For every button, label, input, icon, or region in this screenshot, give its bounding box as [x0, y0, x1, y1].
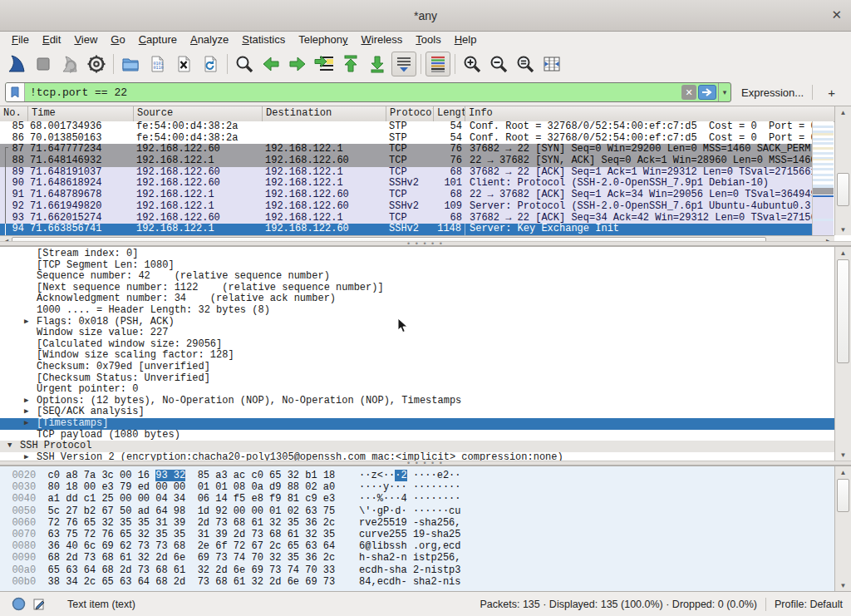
- scroll-thumb[interactable]: [837, 173, 849, 206]
- hex-row[interactable]: 0040 a1 dd c1 25 00 00 04 34 06 14 f5 e8…: [0, 493, 834, 505]
- close-file-button[interactable]: [171, 52, 196, 76]
- detail-line[interactable]: Sequence number: 42 (relative sequence n…: [0, 271, 834, 283]
- intelligent-scrollbar-minimap[interactable]: [812, 121, 834, 235]
- menu-wireless[interactable]: Wireless: [355, 32, 410, 47]
- auto-scroll-button[interactable]: [391, 52, 416, 76]
- menu-capture[interactable]: Capture: [132, 32, 184, 47]
- expression-button[interactable]: Expression...: [741, 86, 804, 99]
- find-packet-button[interactable]: [232, 52, 257, 76]
- details-vscrollbar[interactable]: ▲ ▼: [834, 247, 851, 461]
- scroll-up-icon[interactable]: ▲: [835, 247, 851, 259]
- reload-file-button[interactable]: [198, 52, 223, 76]
- zoom-100-button[interactable]: [513, 52, 538, 76]
- menu-file[interactable]: File: [5, 32, 36, 47]
- menu-view[interactable]: View: [67, 32, 104, 47]
- hex-row[interactable]: 0030 80 18 00 e3 79 ed 00 00 01 01 08 0a…: [0, 481, 834, 493]
- detail-line[interactable]: Window size value: 227: [0, 328, 834, 339]
- close-icon[interactable]: ✕: [831, 7, 842, 22]
- detail-line[interactable]: [Checksum Status: Unverified]: [0, 373, 834, 385]
- scroll-thumb[interactable]: [837, 259, 849, 363]
- column-header-time[interactable]: Time: [28, 106, 134, 121]
- hex-row[interactable]: 0080 36 40 6c 69 62 73 73 68 2e 6f 72 67…: [0, 540, 834, 552]
- stop-capture-button[interactable]: [31, 52, 56, 76]
- packet-row[interactable]: 8670.013850163fe:54:00:d4:38:2aSTP54Conf…: [0, 133, 812, 145]
- go-to-packet-button[interactable]: [312, 52, 337, 76]
- packet-list-vscrollbar[interactable]: ▲ ▼: [834, 106, 851, 235]
- filter-dropdown-caret[interactable]: ▾: [718, 83, 730, 101]
- bytes-vscrollbar[interactable]: ▲ ▼: [834, 466, 851, 591]
- packet-row[interactable]: 8871.648146932192.168.122.1192.168.122.6…: [0, 155, 812, 167]
- hex-row[interactable]: 0060 72 76 65 32 35 35 31 39 2d 73 68 61…: [0, 517, 834, 529]
- detail-line[interactable]: [Window size scaling factor: 128]: [0, 350, 834, 362]
- column-header-length[interactable]: Length: [434, 106, 465, 121]
- packet-row[interactable]: 8568.001734936fe:54:00:d4:38:2aSTP54Conf…: [0, 121, 812, 133]
- detail-line[interactable]: ▶[Timestamps]: [0, 418, 834, 430]
- display-filter-input[interactable]: !tcp.port == 22 ✕ ▾: [5, 82, 731, 102]
- packet-row[interactable]: 9471.663856741192.168.122.1192.168.122.6…: [0, 224, 812, 235]
- expander-closed-icon[interactable]: ▶: [24, 418, 28, 430]
- detail-line[interactable]: 1000 .... = Header Length: 32 bytes (8): [0, 305, 834, 317]
- open-file-button[interactable]: [118, 52, 143, 76]
- detail-line[interactable]: [Next sequence number: 1122 (relative se…: [0, 283, 834, 294]
- packet-row[interactable]: 9171.648789678192.168.122.1192.168.122.6…: [0, 190, 812, 201]
- menu-tools[interactable]: Tools: [409, 32, 447, 47]
- detail-line[interactable]: Acknowledgment number: 34 (relative ack …: [0, 293, 834, 305]
- packet-row[interactable]: 8971.648191037192.168.122.60192.168.122.…: [0, 167, 812, 179]
- detail-line[interactable]: ▶Options: (12 bytes), No-Operation (NOP)…: [0, 396, 834, 407]
- column-header-source[interactable]: Source: [134, 106, 263, 121]
- column-header-destination[interactable]: Destination: [263, 106, 386, 121]
- detail-line[interactable]: [Calculated window size: 29056]: [0, 339, 834, 351]
- scroll-down-icon[interactable]: ▼: [835, 449, 851, 461]
- zoom-out-button[interactable]: [486, 52, 511, 76]
- go-to-bottom-button[interactable]: [365, 52, 390, 76]
- detail-line[interactable]: TCP payload (1080 bytes): [0, 430, 834, 441]
- expander-closed-icon[interactable]: ▶: [24, 396, 28, 407]
- resize-columns-button[interactable]: [539, 52, 564, 76]
- zoom-in-button[interactable]: [460, 52, 485, 76]
- restart-capture-button[interactable]: [57, 52, 82, 76]
- expander-closed-icon[interactable]: ▶: [24, 452, 28, 461]
- menu-help[interactable]: Help: [448, 32, 484, 47]
- bookmark-icon[interactable]: [6, 83, 25, 101]
- filter-add-button[interactable]: +: [821, 86, 842, 100]
- detail-line[interactable]: ▶[SEQ/ACK analysis]: [0, 407, 834, 418]
- detail-line[interactable]: Urgent pointer: 0: [0, 384, 834, 396]
- menu-statistics[interactable]: Statistics: [235, 32, 292, 47]
- scroll-thumb[interactable]: [837, 479, 849, 512]
- go-back-button[interactable]: [258, 52, 283, 76]
- scroll-up-icon[interactable]: ▲: [835, 466, 851, 478]
- hex-row[interactable]: 0070 63 75 72 76 65 32 35 35 31 39 2d 73…: [0, 529, 834, 540]
- menu-edit[interactable]: Edit: [36, 32, 67, 47]
- scroll-up-icon[interactable]: ▲: [835, 106, 851, 118]
- detail-line[interactable]: ▼SSH Protocol: [0, 441, 834, 452]
- hex-row[interactable]: 0020 c0 a8 7a 3c 00 16 93 32 85 a3 ac c0…: [0, 470, 834, 481]
- hex-row[interactable]: 00b0 38 34 2c 65 63 64 68 2d 73 68 61 32…: [0, 576, 834, 588]
- menu-telephony[interactable]: Telephony: [292, 32, 354, 47]
- column-header-info[interactable]: Info: [465, 106, 851, 121]
- menu-analyze[interactable]: Analyze: [184, 32, 235, 47]
- status-profile[interactable]: Profile: Default: [775, 599, 843, 610]
- capture-options-button[interactable]: [84, 52, 109, 76]
- scroll-down-icon[interactable]: ▼: [835, 579, 851, 591]
- column-header-protocol[interactable]: Protocol: [386, 106, 434, 121]
- column-header-no[interactable]: No.: [0, 106, 28, 121]
- expert-info-icon[interactable]: [12, 597, 26, 611]
- packet-row[interactable]: 9071.648618924192.168.122.60192.168.122.…: [0, 178, 812, 190]
- detail-line[interactable]: [TCP Segment Len: 1080]: [0, 260, 834, 272]
- hex-row[interactable]: 0050 5c 27 b2 67 50 ad 64 98 1d 92 00 00…: [0, 505, 834, 517]
- menu-go[interactable]: Go: [104, 32, 131, 47]
- filter-clear-button[interactable]: ✕: [681, 85, 696, 100]
- packet-row[interactable]: 9371.662015274192.168.122.60192.168.122.…: [0, 213, 812, 224]
- expander-open-icon[interactable]: ▼: [7, 441, 12, 452]
- detail-line[interactable]: Checksum: 0x79ed [unverified]: [0, 362, 834, 373]
- go-to-top-button[interactable]: [338, 52, 363, 76]
- capture-comment-icon[interactable]: [32, 598, 46, 611]
- expander-closed-icon[interactable]: ▶: [24, 407, 28, 418]
- packet-row[interactable]: 8771.647777234192.168.122.60192.168.122.…: [0, 144, 812, 155]
- hex-row[interactable]: 00a0 65 63 64 68 2d 73 68 61 32 2d 6e 69…: [0, 564, 834, 576]
- scroll-down-icon[interactable]: ▼: [835, 224, 851, 235]
- go-forward-button[interactable]: [285, 52, 310, 76]
- save-file-button[interactable]: 01010110: [145, 52, 170, 76]
- colorize-button[interactable]: [426, 52, 450, 76]
- detail-line[interactable]: [Stream index: 0]: [0, 249, 834, 260]
